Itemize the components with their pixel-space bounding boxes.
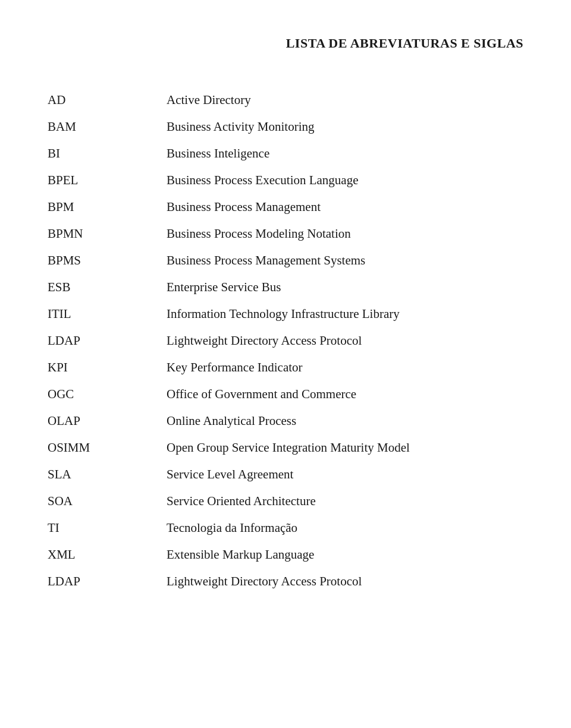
table-row: ITILInformation Technology Infrastructur…	[48, 301, 523, 327]
table-row: ESBEnterprise Service Bus	[48, 274, 523, 301]
abbr-code: BI	[48, 140, 167, 167]
abbr-definition: Online Analytical Process	[167, 408, 523, 434]
abbr-definition: Business Process Management	[167, 194, 523, 220]
abbr-code: LDAP	[48, 568, 167, 595]
table-row: SLAService Level Agreement	[48, 461, 523, 488]
abbr-definition: Business Process Management Systems	[167, 247, 523, 274]
abbr-code: BPMN	[48, 220, 167, 247]
abbr-definition: Key Performance Indicator	[167, 354, 523, 381]
abbr-definition: Service Oriented Architecture	[167, 488, 523, 515]
table-row: SOAService Oriented Architecture	[48, 488, 523, 515]
table-row: XMLExtensible Markup Language	[48, 541, 523, 568]
abbr-definition: Extensible Markup Language	[167, 541, 523, 568]
abbr-definition: Business Activity Monitoring	[167, 114, 523, 140]
abbr-code: BPM	[48, 194, 167, 220]
abbr-definition: Information Technology Infrastructure Li…	[167, 301, 523, 327]
table-row: BPELBusiness Process Execution Language	[48, 167, 523, 194]
abbr-definition: Business Process Modeling Notation	[167, 220, 523, 247]
abbr-code: OLAP	[48, 408, 167, 434]
table-row: BPMSBusiness Process Management Systems	[48, 247, 523, 274]
abbr-code: TI	[48, 515, 167, 541]
abbr-definition: Business Process Execution Language	[167, 167, 523, 194]
abbr-definition: Business Inteligence	[167, 140, 523, 167]
table-row: LDAPLightweight Directory Access Protoco…	[48, 327, 523, 354]
abbr-code: BPMS	[48, 247, 167, 274]
table-row: OLAPOnline Analytical Process	[48, 408, 523, 434]
table-row: OGCOffice of Government and Commerce	[48, 381, 523, 408]
abbr-definition: Open Group Service Integration Maturity …	[167, 434, 523, 461]
abbr-definition: Service Level Agreement	[167, 461, 523, 488]
table-row: LDAPLightweight Directory Access Protoco…	[48, 568, 523, 595]
abbr-code: LDAP	[48, 327, 167, 354]
table-row: ADActive Directory	[48, 87, 523, 114]
abbreviation-list: ADActive DirectoryBAMBusiness Activity M…	[48, 87, 523, 595]
abbr-code: SOA	[48, 488, 167, 515]
table-row: BPMBusiness Process Management	[48, 194, 523, 220]
table-row: BPMNBusiness Process Modeling Notation	[48, 220, 523, 247]
abbr-code: OSIMM	[48, 434, 167, 461]
abbr-code: ESB	[48, 274, 167, 301]
abbr-code: SLA	[48, 461, 167, 488]
abbr-code: XML	[48, 541, 167, 568]
abbr-definition: Office of Government and Commerce	[167, 381, 523, 408]
abbr-code: ITIL	[48, 301, 167, 327]
abbr-code: AD	[48, 87, 167, 114]
abbr-code: KPI	[48, 354, 167, 381]
table-row: BIBusiness Inteligence	[48, 140, 523, 167]
table-row: TITecnologia da Informação	[48, 515, 523, 541]
abbr-definition: Active Directory	[167, 87, 523, 114]
abbr-code: OGC	[48, 381, 167, 408]
abbr-definition: Lightweight Directory Access Protocol	[167, 327, 523, 354]
page-title: LISTA DE ABREVIATURAS E SIGLAS	[48, 36, 523, 51]
abbr-definition: Tecnologia da Informação	[167, 515, 523, 541]
abbr-code: BAM	[48, 114, 167, 140]
table-row: BAMBusiness Activity Monitoring	[48, 114, 523, 140]
abbr-definition: Lightweight Directory Access Protocol	[167, 568, 523, 595]
abbr-definition: Enterprise Service Bus	[167, 274, 523, 301]
table-row: OSIMMOpen Group Service Integration Matu…	[48, 434, 523, 461]
abbr-code: BPEL	[48, 167, 167, 194]
table-row: KPIKey Performance Indicator	[48, 354, 523, 381]
